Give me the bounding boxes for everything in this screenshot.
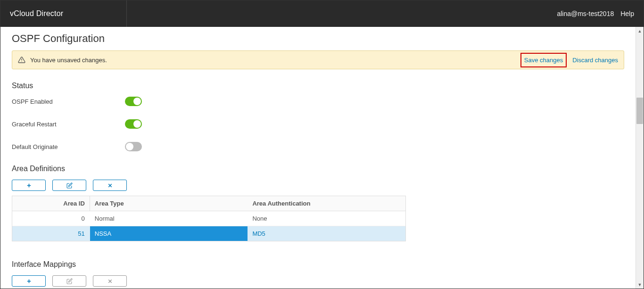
header-divider: [126, 0, 127, 27]
area-definitions-table: Area ID Area Type Area Authentication 0 …: [12, 196, 406, 241]
cell-area-auth: None: [248, 211, 405, 226]
user-name[interactable]: alina@ms-test2018: [557, 10, 614, 17]
add-area-button[interactable]: [12, 180, 46, 191]
interface-mappings-title: Interface Mappings: [12, 260, 624, 269]
area-definitions-title: Area Definitions: [12, 165, 624, 173]
area-definitions-section: Area Definitions Area ID Area Typ: [12, 165, 624, 241]
alert-message: You have unsaved changes.: [30, 57, 107, 64]
graceful-restart-label: Graceful Restart: [12, 121, 125, 128]
edit-mapping-button: [52, 275, 86, 287]
ospf-enabled-label: OSPF Enabled: [12, 98, 125, 105]
add-mapping-button[interactable]: [12, 275, 46, 287]
scroll-up-arrow-icon[interactable]: ▲: [636, 27, 644, 35]
interface-mappings-section: Interface Mappings: [12, 260, 624, 287]
vertical-scrollbar[interactable]: ▲ ▼: [636, 27, 644, 289]
scroll-down-arrow-icon[interactable]: ▼: [636, 281, 644, 289]
cell-area-type: Normal: [90, 211, 248, 226]
default-originate-label: Default Originate: [12, 143, 125, 150]
cell-area-id: 0: [12, 211, 90, 226]
delete-mapping-button: [93, 275, 127, 287]
save-changes-button[interactable]: Save changes: [520, 53, 567, 67]
status-section-title: Status: [12, 82, 624, 90]
table-header: Area ID Area Type Area Authentication: [12, 196, 405, 211]
header-user-block: alina@ms-test2018 Help: [557, 10, 634, 17]
table-row[interactable]: 51 NSSA MD5: [12, 226, 405, 241]
graceful-restart-toggle[interactable]: [125, 119, 142, 129]
unsaved-changes-alert: You have unsaved changes. Save changes D…: [12, 50, 624, 69]
discard-changes-button[interactable]: Discard changes: [572, 57, 618, 64]
warning-icon: [18, 56, 25, 64]
default-originate-toggle[interactable]: [125, 142, 142, 151]
cell-area-type: NSSA: [90, 226, 248, 241]
page-title: OSPF Configuration: [12, 33, 624, 45]
help-link[interactable]: Help: [620, 10, 634, 17]
edit-area-button[interactable]: [52, 180, 86, 191]
status-section: Status OSPF Enabled Graceful Restart Def…: [12, 82, 624, 151]
app-title: vCloud Director: [10, 9, 63, 18]
cell-area-id: 51: [12, 226, 90, 241]
scrollbar-thumb[interactable]: [636, 98, 643, 124]
table-row[interactable]: 0 Normal None: [12, 211, 405, 226]
main-content: OSPF Configuration You have unsaved chan…: [0, 27, 636, 289]
col-header-area-id[interactable]: Area ID: [12, 196, 90, 211]
delete-area-button[interactable]: [93, 180, 127, 191]
ospf-enabled-toggle[interactable]: [125, 97, 142, 106]
cell-area-auth: MD5: [248, 226, 405, 241]
app-header: vCloud Director alina@ms-test2018 Help: [0, 0, 644, 27]
col-header-area-type[interactable]: Area Type: [90, 196, 248, 211]
col-header-area-auth[interactable]: Area Authentication: [248, 196, 405, 211]
